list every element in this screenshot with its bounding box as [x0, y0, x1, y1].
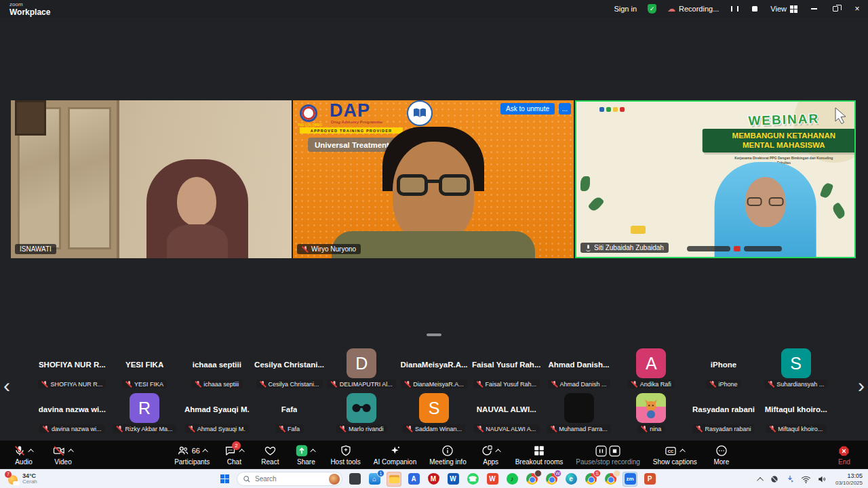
participant-tile[interactable]: FafaFafa [253, 392, 326, 435]
chat-button[interactable]: 2 Chat [222, 444, 245, 466]
windows-logo-icon [220, 474, 229, 483]
taskbar-app-chrome-2[interactable]: W [544, 472, 559, 487]
ask-to-unmute-button[interactable]: Ask to unmute [500, 103, 555, 115]
taskbar-app-zoom[interactable]: zm [623, 472, 637, 487]
participants-options-caret[interactable] [202, 449, 208, 454]
avatar-initial: A [636, 348, 666, 378]
restore-button[interactable] [825, 0, 846, 18]
taskbar-app-chrome-4[interactable] [603, 472, 618, 487]
participant-tile[interactable]: Muhamad Farra... [542, 392, 615, 435]
participant-tile[interactable]: Ahmad Syauqi M.Ahmad Syauqi M. [180, 392, 253, 435]
participant-label-pill: Ahmad Syauqi M. [185, 424, 249, 433]
video-tile-siti-zubaidah-active-speaker[interactable]: WEBINAR MEMBANGUN KETAHANAN MENTAL MAHAS… [575, 100, 856, 258]
window-titlebar: zoom Workplace Sign in ✓ ☁ Recording... … [0, 0, 868, 18]
participant-label-pill: DELIMAPUTRI Al... [328, 380, 396, 388]
participant-name: Ahmad Danish... [548, 361, 609, 369]
participant-label-pill: Fafa [275, 424, 303, 433]
meeting-info-button[interactable]: Meeting info [429, 444, 466, 466]
taskbar-app-whatsapp[interactable]: ☎ [465, 472, 480, 487]
taskbar-app-file-explorer[interactable] [387, 472, 401, 487]
participant-tile[interactable]: nina [615, 392, 688, 435]
pause-recording-button[interactable] [730, 4, 739, 14]
participant-tile[interactable]: SHOFIYA NUR R...SHOFIYA NUR R... [36, 347, 108, 390]
breakout-rooms-button[interactable]: Breakout rooms [515, 444, 564, 466]
tray-sendto-icon[interactable] [785, 474, 795, 484]
participants-button[interactable]: 66 Participants [174, 444, 210, 466]
tray-status-icon[interactable] [770, 474, 779, 484]
gallery-view-icon [790, 5, 797, 13]
participant-tile[interactable]: Cesilya Christani...Cesilya Christani... [253, 347, 326, 390]
participant-tile[interactable]: AAndika Rafi [615, 347, 688, 390]
host-tools-button[interactable]: Host tools [330, 444, 360, 466]
windows-taskbar: 7 34°C Cerah Search ⌂1 A M W ☎ W ♪ [0, 469, 868, 488]
search-box[interactable]: Search [237, 472, 342, 486]
participant-tile[interactable]: Miftaqul khoiro...Miftaqul khoiro... [760, 392, 832, 435]
zoom-app-window: zoom Workplace Sign in ✓ ☁ Recording... … [0, 0, 868, 488]
sign-in-button[interactable]: Sign in [614, 5, 637, 13]
volume-icon[interactable] [817, 474, 827, 484]
apps-button[interactable]: Apps [479, 444, 502, 466]
taskbar-app-mcafee[interactable]: M [426, 472, 441, 487]
participant-label-pill: Ahmad Danish ... [547, 380, 610, 388]
audio-button[interactable]: Audio [12, 444, 35, 466]
video-tile-isnawati[interactable]: ISNAWATI [11, 100, 292, 258]
social-media-strip [687, 246, 782, 251]
security-shield-icon[interactable]: ✓ [648, 4, 656, 14]
participant-tile[interactable]: Faisal Yusuf Rah...Faisal Yusuf Rah... [470, 347, 542, 390]
participant-tile[interactable]: DDELIMAPUTRI Al... [326, 347, 398, 390]
close-button[interactable]: × [846, 0, 868, 18]
gallery-resize-handle[interactable] [427, 333, 441, 336]
participant-tile[interactable]: SSuhardiansyah ... [760, 347, 832, 390]
taskbar-app-chrome-1[interactable] [524, 472, 539, 487]
participant-tile[interactable]: RRizky Akbar Ma... [108, 392, 181, 435]
pause-stop-recording-button[interactable]: Pause/stop recording [576, 444, 640, 466]
audio-options-caret[interactable] [28, 449, 33, 454]
taskbar-app-spotify[interactable]: ♪ [505, 472, 519, 487]
end-meeting-button[interactable]: End [833, 444, 856, 466]
ai-companion-button[interactable]: AI Companion [374, 444, 416, 466]
view-button[interactable]: View [770, 5, 797, 13]
taskbar-app-blue-a[interactable]: A [406, 472, 421, 487]
participant-tile[interactable]: SSaddam Winan... [398, 392, 471, 435]
weather-widget[interactable]: 7 34°C Cerah [0, 473, 115, 485]
video-tile-wiryo[interactable]: THE COLOMBO PLAN DAP Drug Advisory Progr… [293, 100, 574, 258]
wifi-icon[interactable] [801, 475, 811, 484]
apps-options-caret[interactable] [495, 449, 500, 454]
chat-options-caret[interactable] [239, 449, 244, 454]
taskbar-app-chrome-3[interactable]: S [583, 472, 598, 487]
participant-tile[interactable]: DianaMeisyaR.A...DianaMeisyaR.A... [398, 347, 471, 390]
react-button[interactable]: React [258, 444, 281, 466]
taskbar-clock[interactable]: 13:05 03/10/2025 [835, 472, 863, 486]
taskbar-app-microsoft-store[interactable]: ⌂1 [367, 472, 382, 487]
participant-tile[interactable]: Marlo rivandi [326, 392, 398, 435]
participant-tile[interactable]: ichaaa septiiiichaaa septiii [180, 347, 253, 390]
taskbar-app-browser-swirl[interactable]: e [564, 472, 578, 487]
taskbar-app-powerpoint[interactable]: P [642, 472, 657, 487]
minimize-button[interactable] [803, 0, 825, 18]
taskbar-app-wps-office[interactable]: W [485, 472, 500, 487]
start-button[interactable] [217, 472, 232, 487]
participant-name: ichaaa septiii [193, 361, 241, 369]
participant-tile[interactable]: davina nazwa wi...davina nazwa wi... [36, 392, 108, 435]
participant-tile[interactable]: iPhoneiPhone [688, 347, 760, 390]
captions-options-caret[interactable] [680, 449, 686, 454]
more-button[interactable]: More [710, 444, 733, 466]
show-captions-button[interactable]: CC Show captions [653, 444, 697, 466]
tile-more-options-button[interactable]: ... [559, 103, 571, 115]
participant-tile[interactable]: YESI FIKAYESI FIKA [108, 347, 181, 390]
participant-tile[interactable]: Rasyadan rabaniRasyadan rabani [688, 392, 760, 435]
search-highlight-thumbnail[interactable] [329, 474, 340, 485]
tray-expand-chevron[interactable] [757, 476, 764, 483]
participant-name: YESI FIKA [125, 361, 163, 369]
video-button[interactable]: Video [52, 444, 75, 466]
taskbar-app-recent-window[interactable] [347, 472, 362, 487]
stop-recording-button[interactable] [750, 4, 760, 14]
video-options-caret[interactable] [68, 449, 73, 454]
participant-tile[interactable]: Ahmad Danish...Ahmad Danish ... [542, 347, 615, 390]
poster-date-badge [631, 226, 646, 234]
share-options-caret[interactable] [311, 449, 316, 454]
share-button[interactable]: Share [294, 444, 317, 466]
participant-tile[interactable]: NAUVAL ALWI...NAUVAL ALWI A... [470, 392, 542, 435]
cloud-recording-icon: ☁ [667, 4, 675, 14]
taskbar-app-word[interactable]: W [446, 472, 460, 487]
